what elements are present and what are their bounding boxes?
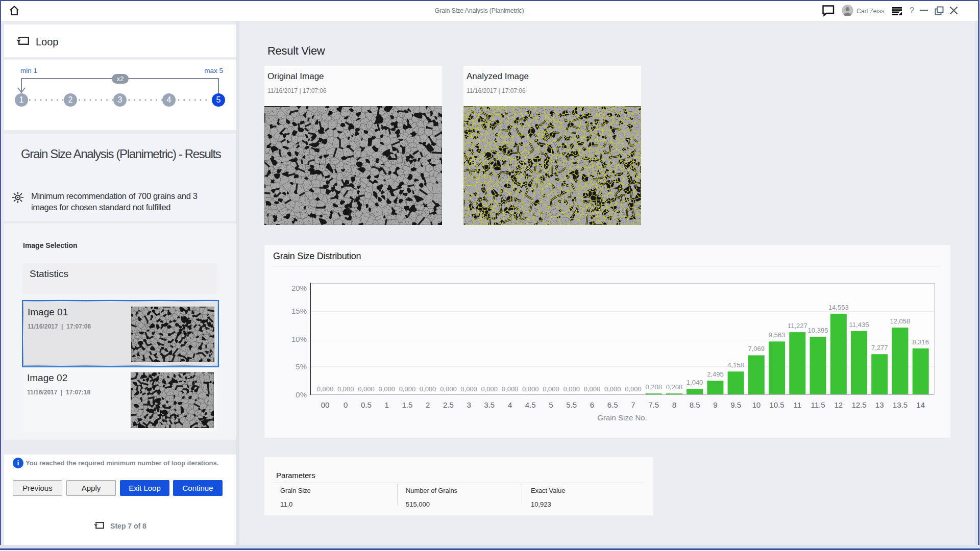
svg-text:10.5: 10.5: [769, 400, 784, 409]
svg-text:10: 10: [752, 400, 761, 409]
svg-text:5: 5: [549, 400, 553, 409]
svg-text:4.5: 4.5: [525, 400, 536, 409]
svg-text:8,316: 8,316: [912, 338, 929, 346]
svg-text:0,208: 0,208: [645, 383, 662, 391]
svg-text:Grain Size No.: Grain Size No.: [597, 413, 647, 422]
svg-text:7: 7: [631, 400, 635, 409]
svg-text:20%: 20%: [291, 284, 307, 292]
svg-text:12.5: 12.5: [851, 400, 866, 409]
svg-text:15%: 15%: [291, 307, 307, 315]
svg-text:00: 00: [321, 400, 330, 409]
svg-text:0,000: 0,000: [584, 385, 601, 393]
svg-text:0,208: 0,208: [666, 383, 683, 391]
svg-text:0,000: 0,000: [625, 385, 642, 393]
svg-text:12: 12: [834, 400, 843, 409]
svg-text:1: 1: [385, 400, 389, 409]
svg-text:0,000: 0,000: [399, 385, 416, 393]
svg-text:5.5: 5.5: [566, 400, 577, 409]
svg-text:9.5: 9.5: [730, 400, 741, 409]
svg-text:0,000: 0,000: [564, 385, 580, 393]
svg-text:0%: 0%: [296, 390, 307, 399]
svg-text:0,000: 0,000: [337, 385, 354, 393]
svg-text:0: 0: [344, 400, 348, 409]
svg-text:4,158: 4,158: [727, 361, 744, 369]
svg-text:0,000: 0,000: [522, 385, 539, 393]
svg-text:8: 8: [672, 400, 676, 409]
svg-text:0,000: 0,000: [358, 385, 375, 393]
svg-text:2,495: 2,495: [707, 370, 724, 378]
svg-text:11: 11: [794, 400, 802, 409]
svg-text:8.5: 8.5: [690, 400, 700, 409]
svg-text:0,000: 0,000: [420, 385, 436, 393]
svg-text:3: 3: [467, 400, 471, 409]
svg-text:9,563: 9,563: [769, 331, 786, 339]
svg-text:0,000: 0,000: [460, 385, 477, 393]
svg-text:3.5: 3.5: [484, 400, 495, 409]
svg-text:0,000: 0,000: [440, 385, 457, 393]
svg-text:2: 2: [426, 400, 430, 409]
svg-text:10%: 10%: [291, 335, 307, 343]
svg-text:11.5: 11.5: [811, 400, 825, 409]
svg-text:1.5: 1.5: [402, 400, 412, 409]
svg-text:6: 6: [590, 400, 594, 409]
svg-text:14: 14: [916, 400, 925, 409]
svg-text:11,227: 11,227: [788, 322, 807, 330]
svg-text:0,000: 0,000: [502, 385, 519, 393]
svg-text:4: 4: [508, 400, 512, 409]
svg-text:13.5: 13.5: [893, 400, 908, 409]
svg-text:7,277: 7,277: [871, 344, 888, 352]
svg-text:10,395: 10,395: [808, 327, 828, 334]
svg-text:5%: 5%: [296, 362, 307, 371]
svg-text:14,553: 14,553: [828, 304, 849, 311]
svg-text:9: 9: [713, 400, 717, 409]
svg-text:6.5: 6.5: [607, 400, 618, 409]
svg-text:0,000: 0,000: [481, 385, 498, 393]
svg-text:0.5: 0.5: [361, 400, 372, 409]
svg-text:0,000: 0,000: [378, 385, 395, 393]
svg-text:13: 13: [875, 400, 884, 409]
svg-text:7,069: 7,069: [748, 345, 765, 353]
svg-text:7.5: 7.5: [648, 400, 659, 409]
svg-text:2.5: 2.5: [443, 400, 454, 409]
svg-text:11,435: 11,435: [849, 321, 869, 329]
svg-text:12,058: 12,058: [890, 317, 911, 325]
svg-text:0,000: 0,000: [317, 385, 334, 393]
svg-text:0,000: 0,000: [604, 385, 621, 393]
svg-text:0,000: 0,000: [543, 385, 559, 393]
svg-text:1,040: 1,040: [687, 379, 703, 386]
